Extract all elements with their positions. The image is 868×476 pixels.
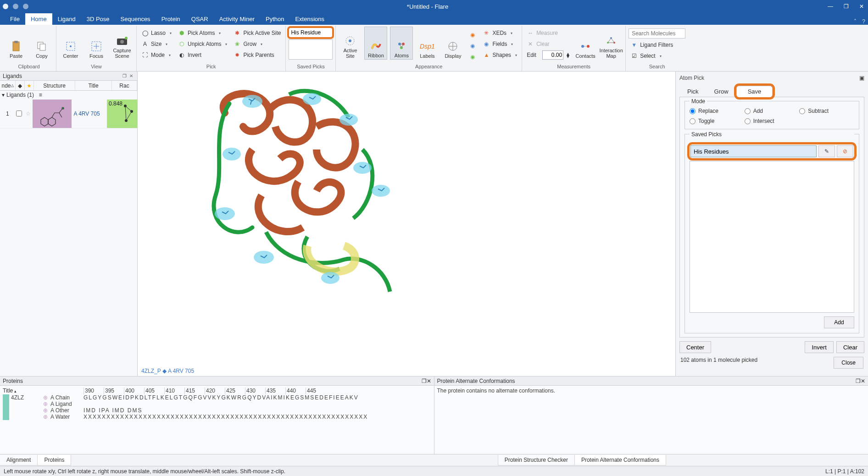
labels-button[interactable]: Dsp1 Labels: [416, 27, 439, 60]
shapes-button[interactable]: ▲Shapes: [481, 50, 519, 60]
maximize-icon[interactable]: ❐: [842, 3, 850, 10]
tab-home[interactable]: Home: [25, 13, 52, 25]
col-checked[interactable]: ◆: [16, 81, 25, 90]
undock-icon[interactable]: ❐: [122, 73, 127, 78]
paste-button[interactable]: Paste: [5, 27, 28, 60]
search-molecules-input[interactable]: [629, 28, 685, 39]
ligands-tree-root[interactable]: ▾ Ligands (1) ≡: [2, 92, 135, 98]
chain-ligand[interactable]: ⊕A Ligand: [43, 401, 83, 407]
proteins-close-icon[interactable]: ✕: [427, 378, 431, 384]
tab-ligand[interactable]: Ligand: [52, 13, 81, 25]
copy-button[interactable]: Copy: [30, 27, 53, 60]
3d-view[interactable]: 4ZLZ_P ◆ A 4RV 705: [138, 72, 675, 376]
ligand-checkbox[interactable]: [16, 111, 22, 116]
grow-button[interactable]: ❀Grow: [232, 39, 283, 49]
mode-button[interactable]: ⛶Mode: [139, 50, 173, 60]
sequence-chain[interactable]: GLGYGSWEIDPKDLTFLKELGTGQFGVVKYGKWRGQYDVA…: [83, 394, 368, 401]
atom-pick-invert-button[interactable]: Invert: [805, 341, 834, 353]
tab-extensions[interactable]: Extensions: [289, 13, 330, 25]
help-icon[interactable]: ?: [859, 18, 868, 25]
atom-pick-center-button[interactable]: Center: [679, 341, 711, 353]
delete-saved-pick-button[interactable]: ⊘: [837, 145, 853, 157]
atom-pick-tab-pick[interactable]: Pick: [679, 86, 707, 97]
tab-sequences[interactable]: Sequences: [115, 13, 156, 25]
pick-atoms-button[interactable]: ⬢Pick Atoms: [176, 28, 229, 38]
close-icon[interactable]: ✕: [858, 3, 865, 10]
bottom-tab-proteins[interactable]: Proteins: [37, 455, 71, 465]
contacts-button[interactable]: Contacts: [574, 27, 597, 60]
saved-picks-input[interactable]: [289, 28, 333, 38]
unpick-atoms-button[interactable]: ⬡Unpick Atoms: [176, 39, 229, 49]
saved-picks-list[interactable]: [289, 39, 333, 60]
ribbon-button[interactable]: Ribbon: [364, 27, 387, 60]
clear-measure-button[interactable]: ✕Clear: [525, 39, 571, 49]
atom-pick-tab-save[interactable]: Save: [736, 86, 773, 97]
chain-other[interactable]: ⊕A Other: [43, 407, 83, 414]
saved-picks-listbox[interactable]: [690, 161, 854, 313]
atoms-button[interactable]: Atoms: [390, 27, 413, 60]
chain-water[interactable]: ⊕A Water: [43, 414, 83, 420]
atom-pick-clear-button[interactable]: Clear: [836, 341, 864, 353]
spinner-down-icon[interactable]: ▾: [567, 55, 569, 58]
col2-icon[interactable]: ◉: [467, 41, 478, 50]
measure-icon: ↔: [527, 29, 534, 37]
center-button[interactable]: Center: [59, 27, 82, 60]
col-index[interactable]: nde△: [0, 81, 16, 90]
mode-add[interactable]: Add: [745, 108, 800, 114]
col-title[interactable]: Title: [75, 81, 112, 90]
interaction-map-button[interactable]: Interaction Map: [600, 27, 623, 60]
sequence-other[interactable]: IMD IPA IMD DMS: [83, 407, 368, 414]
bottom-tab-alignment[interactable]: Alignment: [0, 455, 38, 465]
focus-button[interactable]: Focus: [85, 27, 108, 60]
bottom-tab-structure-checker[interactable]: Protein Structure Checker: [498, 455, 575, 465]
add-saved-pick-button[interactable]: Add: [824, 316, 854, 328]
col1-icon[interactable]: ◉: [467, 30, 478, 39]
close-panel-icon[interactable]: ✕: [129, 73, 133, 78]
measure-button[interactable]: ↔Measure: [525, 28, 571, 38]
fields-button[interactable]: ◉Fields: [481, 39, 519, 49]
tab-3dpose[interactable]: 3D Pose: [81, 13, 115, 25]
col-structure[interactable]: Structure: [34, 81, 75, 90]
col3-icon[interactable]: ◉: [467, 52, 478, 61]
atom-pick-tab-grow[interactable]: Grow: [707, 86, 736, 97]
lasso-button[interactable]: ◯Lasso: [139, 28, 173, 38]
col-rac[interactable]: Rac: [112, 81, 137, 90]
proteins-undock-icon[interactable]: ❐: [422, 378, 427, 384]
ligand-filters-button[interactable]: ▼Ligand Filters: [629, 40, 685, 50]
sequence-water[interactable]: XXXXXXXXXXXXXXXXXXXXXXXXXXXXXXXXXXXXXXXX…: [83, 414, 368, 420]
tab-qsar[interactable]: QSAR: [186, 13, 214, 25]
altconf-undock-icon[interactable]: ❐: [856, 378, 861, 384]
tab-protein[interactable]: Protein: [156, 13, 186, 25]
edit-measure[interactable]: Edit ▴▾: [525, 50, 571, 60]
display-button[interactable]: Display: [441, 27, 464, 60]
active-site-button[interactable]: Active Site: [339, 27, 362, 60]
minimize-icon[interactable]: —: [827, 3, 834, 10]
mode-subtract[interactable]: Subtract: [799, 108, 854, 114]
tab-activityminer[interactable]: Activity Miner: [214, 13, 260, 25]
bottom-tab-alt-conformations[interactable]: Protein Alternate Conformations: [574, 455, 666, 465]
chain-a[interactable]: ⊕A Chain: [43, 394, 83, 401]
mode-toggle[interactable]: Toggle: [690, 118, 745, 124]
ligand-row[interactable]: 1 ☆ A 4RV 705 0.848: [0, 99, 137, 128]
invert-button[interactable]: ◐Invert: [176, 50, 229, 60]
size-button[interactable]: ASize: [139, 39, 173, 49]
edit-saved-pick-button[interactable]: ✎: [818, 145, 835, 157]
mode-replace[interactable]: Replace: [690, 108, 745, 114]
tab-python[interactable]: Python: [260, 13, 289, 25]
col-starred[interactable]: ★: [25, 81, 34, 90]
select-button[interactable]: ☑Select: [629, 51, 685, 61]
mode-intersect[interactable]: Intersect: [745, 118, 800, 124]
atom-pick-close-button[interactable]: Close: [834, 357, 863, 369]
capture-scene-button[interactable]: Capture Scene: [111, 27, 134, 60]
saved-pick-name-input[interactable]: [690, 145, 817, 157]
collapse-ribbon-icon[interactable]: ˄: [851, 18, 859, 25]
pick-parents-button[interactable]: ✸Pick Parents: [232, 50, 283, 60]
altconf-close-icon[interactable]: ✕: [861, 378, 865, 384]
protein-name[interactable]: 4ZLZ: [11, 394, 43, 420]
ligand-star[interactable]: ☆: [24, 111, 33, 117]
atom-pick-close-icon[interactable]: ▣: [859, 75, 864, 81]
xeds-button[interactable]: ✳XEDs: [481, 28, 519, 38]
edit-measure-input[interactable]: [542, 50, 563, 60]
tab-file[interactable]: File: [5, 13, 25, 25]
pick-active-site-button[interactable]: ✱Pick Active Site: [232, 28, 283, 38]
